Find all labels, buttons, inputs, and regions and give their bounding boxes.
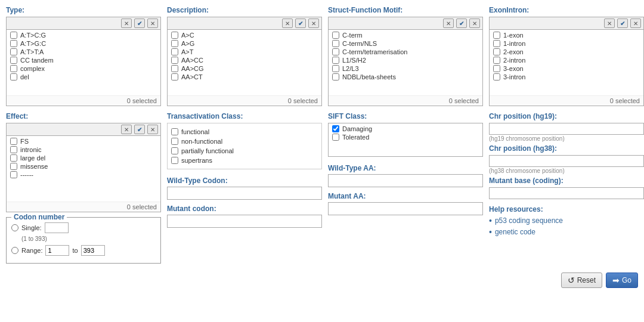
description-selected-count: 0 selected [168,95,321,106]
list-item[interactable]: Tolerated [329,133,482,141]
list-item[interactable]: 3-exon [490,64,643,73]
codon-single-radio[interactable] [11,224,18,231]
list-item[interactable]: ------ [7,171,160,179]
codon-single-input[interactable] [45,222,69,233]
type-selected-count: 0 selected [7,95,160,106]
reset-label: Reset [577,276,596,284]
damaging-checkbox[interactable] [332,125,339,132]
list-item[interactable]: 3-intron [490,73,643,81]
list-item[interactable]: C-term/NLS [329,39,482,48]
description-list[interactable]: A>C A>G A>T AA>CC AA>CG AA>CT [168,30,321,95]
list-item[interactable]: non-functional [171,137,318,146]
list-item[interactable]: A:T>T:A [7,48,160,56]
list-item[interactable]: L2/L3 [329,64,482,73]
list-item[interactable]: CC tandem [7,56,160,64]
exon-clear-btn[interactable]: ✕ [604,18,615,28]
codon-range-from-input[interactable] [45,245,69,256]
mutant-aa-input[interactable] [328,202,483,215]
list-item[interactable]: large del [7,154,160,162]
p53-coding-link[interactable]: p53 coding sequence [495,216,563,225]
list-item[interactable]: partially functional [171,146,318,156]
list-item[interactable]: NDBL/beta-sheets [329,73,482,81]
mutant-codon-label: Mutant codon: [167,205,322,213]
codon-single-row: Single: [11,222,156,233]
exon-intron-listbox: ✕ ✔ ✕ 1-exon 1-intron 2-exon 2-intron 3-… [489,17,644,106]
list-item[interactable]: A:T>G:C [7,39,160,48]
list-item[interactable]: 2-exon [490,48,643,56]
list-item[interactable]: A>G [168,39,321,48]
list-item[interactable]: L1/S/H2 [329,56,482,64]
reset-icon: ↺ [568,275,575,285]
description-close-btn[interactable]: ✕ [308,18,319,28]
struct-function-label: Struct-Function Motif: [328,6,483,14]
list-item[interactable]: A>T [168,48,321,56]
functional-checkbox[interactable] [171,128,178,135]
exon-close-btn[interactable]: ✕ [630,18,641,28]
effect-check-btn[interactable]: ✔ [134,125,145,134]
list-item[interactable]: C-term [329,31,482,39]
reset-button[interactable]: ↺ Reset [561,273,602,288]
description-clear-btn[interactable]: ✕ [282,18,293,28]
mutant-codon-section: Mutant codon: [167,205,322,233]
list-item[interactable]: Damaging [329,125,482,133]
exon-check-btn[interactable]: ✔ [617,18,628,28]
type-toolbar: ✕ ✔ ✕ [7,17,160,30]
tolerated-checkbox[interactable] [332,134,339,141]
genetic-code-link[interactable]: genetic code [495,228,535,236]
supertrans-checkbox[interactable] [171,157,178,164]
go-button[interactable]: ➡ Go [606,273,638,288]
list-item[interactable]: supertrans [171,156,318,165]
codon-legend: Codon number [11,213,67,221]
list-item[interactable]: functional [171,127,318,137]
list-item[interactable]: complex [7,64,160,73]
help-label: Help resources: [489,205,644,213]
exon-intron-section: ExonIntron: ✕ ✔ ✕ 1-exon 1-intron 2-exon… [489,6,644,106]
effect-list[interactable]: FS intronic large del missense ------ [7,136,160,202]
list-item[interactable]: missense [7,162,160,171]
list-item[interactable]: AA>CT [168,73,321,81]
codon-range-row: Range: to [11,245,156,256]
struct-function-section: Struct-Function Motif: ✕ ✔ ✕ C-term C-te… [328,6,483,106]
partially-functional-checkbox[interactable] [171,147,178,154]
wildtype-aa-section: Wild-Type AA: [328,164,483,192]
struct-check-btn[interactable]: ✔ [456,18,467,28]
description-check-btn[interactable]: ✔ [295,18,306,28]
struct-close-btn[interactable]: ✕ [469,18,480,28]
list-item[interactable]: AA>CC [168,56,321,64]
list-item[interactable]: 1-exon [490,31,643,39]
list-item[interactable]: A:T>C:G [7,31,160,39]
list-item[interactable]: 2-intron [490,56,643,64]
chr-hg19-input[interactable] [489,123,644,135]
mutant-codon-input[interactable] [167,215,322,228]
wildtype-aa-input[interactable] [328,174,483,187]
bullet-icon: • [489,227,492,237]
sift-label: SIFT Class: [328,112,483,120]
non-functional-checkbox[interactable] [171,138,178,145]
struct-function-list[interactable]: C-term C-term/NLS C-term/tetramerisation… [329,30,482,95]
wildtype-codon-input[interactable] [167,187,322,200]
effect-close-btn[interactable]: ✕ [147,125,158,134]
effect-clear-btn[interactable]: ✕ [121,125,132,134]
list-item[interactable]: del [7,73,160,81]
type-list[interactable]: A:T>C:G A:T>G:C A:T>T:A CC tandem comple… [7,30,160,95]
codon-range-radio[interactable] [11,247,18,254]
sift-list[interactable]: Damaging Tolerated [329,123,482,156]
type-section: Type: ✕ ✔ ✕ A:T>C:G A:T>G:C A:T>T:A CC t… [6,6,161,106]
list-item[interactable]: A>C [168,31,321,39]
struct-clear-btn[interactable]: ✕ [443,18,454,28]
type-check-btn[interactable]: ✔ [134,18,145,28]
list-item[interactable]: FS [7,137,160,145]
help-item: • genetic code [489,227,644,237]
mutant-base-input[interactable] [489,187,644,199]
type-close-btn[interactable]: ✕ [147,18,158,28]
type-clear-btn[interactable]: ✕ [121,18,132,28]
effect-label: Effect: [6,112,161,120]
chr-hg38-input[interactable] [489,155,644,167]
exon-intron-list[interactable]: 1-exon 1-intron 2-exon 2-intron 3-exon 3… [490,30,643,95]
list-item[interactable]: AA>CG [168,64,321,73]
supertrans-label: supertrans [181,157,212,164]
list-item[interactable]: C-term/tetramerisation [329,48,482,56]
list-item[interactable]: intronic [7,145,160,154]
list-item[interactable]: 1-intron [490,39,643,48]
codon-range-to-input[interactable] [81,245,105,256]
